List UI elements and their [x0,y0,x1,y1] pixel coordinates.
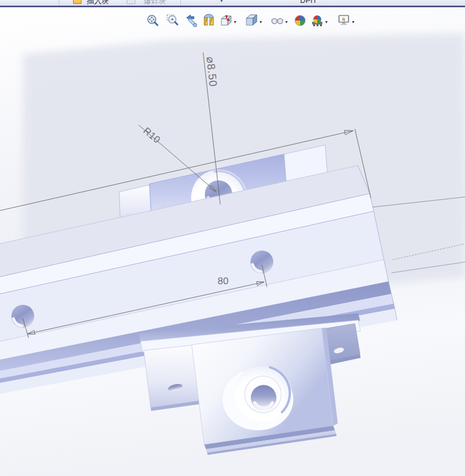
view-orientation-icon [219,14,233,27]
bottom-bracket-left-wing[interactable] [144,345,200,408]
view-settings-button[interactable] [337,14,351,27]
heads-up-view-toolbar: ▾ ▾ ▾ [0,14,465,31]
apply-scene-button[interactable] [310,14,324,27]
command-bar: 插入块 爆炸块 ▾ DPIT [0,0,465,6]
zoom-to-fit-icon [146,14,160,27]
apply-scene-dropdown[interactable]: ▾ [324,14,329,27]
apply-scene-icon [310,14,324,27]
edit-appearance-icon [293,14,307,27]
graphics-area[interactable]: ⌀8.50 R10 80 [0,7,465,476]
previous-view-icon [185,14,199,27]
view-orientation-dropdown[interactable]: ▾ [233,14,237,27]
insert-block-button[interactable]: 插入块 [87,0,109,6]
insert-block-icon [73,0,82,4]
command-tab-label[interactable]: DPIT [300,0,317,5]
toolbar-separator [180,0,181,6]
previous-view-button[interactable] [185,14,199,27]
explode-block-icon [127,0,135,4]
linear-dimension-text[interactable]: 80 [218,276,229,287]
display-style-button[interactable] [245,14,258,27]
display-style-dropdown[interactable]: ▾ [258,14,263,27]
zoom-to-fit-button[interactable] [146,14,160,27]
rail-hole-left[interactable] [11,305,34,328]
view-settings-dropdown[interactable]: ▾ [351,14,355,27]
view-orientation-button[interactable] [219,14,233,27]
explode-block-button[interactable]: 爆炸块 [144,0,166,6]
section-view-icon [202,14,216,27]
rail-hole-right[interactable] [250,251,273,273]
model-scene: ⌀8.50 R10 80 [0,7,465,476]
toolbar-dropdown-caret[interactable]: ▾ [220,0,223,3]
hide-show-items-button[interactable] [270,14,284,27]
view-settings-icon [337,14,351,27]
hide-show-items-dropdown[interactable]: ▾ [284,14,289,27]
zoom-to-area-icon [166,14,180,27]
zoom-to-area-button[interactable] [166,14,180,27]
hide-show-items-icon [270,14,284,27]
edit-appearance-button[interactable] [293,14,307,27]
toolbar-separator [59,0,59,6]
display-style-icon [245,14,258,27]
section-view-button[interactable] [202,14,216,27]
